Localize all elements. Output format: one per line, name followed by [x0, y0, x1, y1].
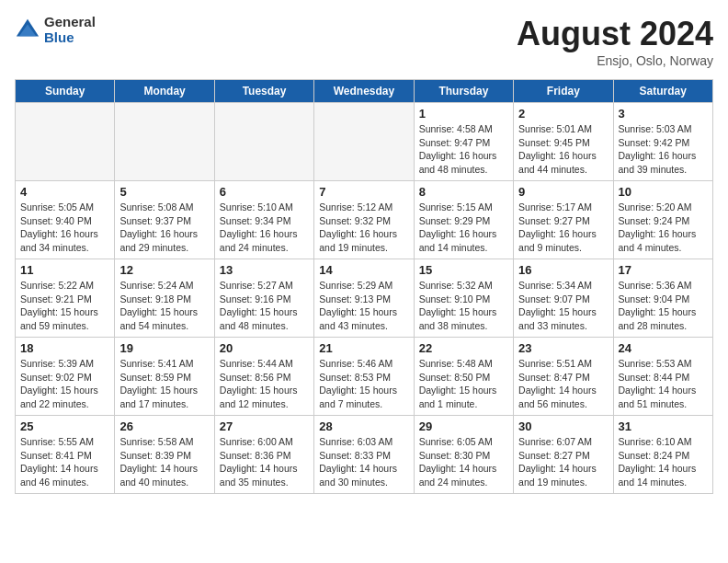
calendar-week-1: 1Sunrise: 4:58 AM Sunset: 9:47 PM Daylig…	[16, 103, 713, 181]
calendar-header: SundayMondayTuesdayWednesdayThursdayFrid…	[16, 80, 713, 103]
day-number: 5	[119, 185, 209, 199]
calendar-week-5: 25Sunrise: 5:55 AM Sunset: 8:41 PM Dayli…	[16, 416, 713, 494]
calendar-cell: 22Sunrise: 5:48 AM Sunset: 8:50 PM Dayli…	[414, 338, 513, 416]
day-info: Sunrise: 5:29 AM Sunset: 9:13 PM Dayligh…	[319, 279, 408, 333]
day-number: 20	[220, 341, 309, 355]
day-number: 16	[518, 263, 608, 277]
weekday-header-wednesday: Wednesday	[314, 80, 414, 103]
day-info: Sunrise: 6:03 AM Sunset: 8:33 PM Dayligh…	[319, 435, 408, 489]
calendar-cell: 10Sunrise: 5:20 AM Sunset: 9:24 PM Dayli…	[613, 181, 712, 259]
day-info: Sunrise: 5:05 AM Sunset: 9:40 PM Dayligh…	[20, 201, 109, 255]
calendar-cell: 11Sunrise: 5:22 AM Sunset: 9:21 PM Dayli…	[16, 259, 115, 338]
day-number: 1	[419, 107, 508, 121]
title-block: August 2024 Ensjo, Oslo, Norway	[517, 15, 713, 68]
day-number: 29	[419, 419, 508, 433]
day-number: 25	[20, 419, 109, 433]
page-header: General Blue August 2024 Ensjo, Oslo, No…	[15, 15, 713, 68]
day-number: 6	[220, 185, 309, 199]
calendar-cell: 12Sunrise: 5:24 AM Sunset: 9:18 PM Dayli…	[115, 259, 214, 338]
day-number: 26	[119, 419, 209, 433]
calendar-cell: 7Sunrise: 5:12 AM Sunset: 9:32 PM Daylig…	[314, 181, 414, 259]
day-info: Sunrise: 5:27 AM Sunset: 9:16 PM Dayligh…	[220, 279, 309, 333]
calendar-cell: 17Sunrise: 5:36 AM Sunset: 9:04 PM Dayli…	[613, 259, 712, 338]
day-number: 22	[419, 341, 508, 355]
day-number: 9	[518, 185, 608, 199]
day-info: Sunrise: 5:39 AM Sunset: 9:02 PM Dayligh…	[20, 357, 109, 411]
calendar-cell: 31Sunrise: 6:10 AM Sunset: 8:24 PM Dayli…	[613, 416, 712, 494]
day-number: 7	[319, 185, 408, 199]
calendar-cell: 20Sunrise: 5:44 AM Sunset: 8:56 PM Dayli…	[214, 338, 313, 416]
day-info: Sunrise: 5:53 AM Sunset: 8:44 PM Dayligh…	[619, 357, 708, 411]
day-info: Sunrise: 6:10 AM Sunset: 8:24 PM Dayligh…	[619, 435, 708, 489]
calendar-cell: 14Sunrise: 5:29 AM Sunset: 9:13 PM Dayli…	[314, 259, 414, 338]
day-number: 8	[419, 185, 508, 199]
calendar-cell: 4Sunrise: 5:05 AM Sunset: 9:40 PM Daylig…	[16, 181, 115, 259]
calendar-cell: 19Sunrise: 5:41 AM Sunset: 8:59 PM Dayli…	[115, 338, 214, 416]
day-number: 27	[220, 419, 309, 433]
calendar-cell: 30Sunrise: 6:07 AM Sunset: 8:27 PM Dayli…	[514, 416, 613, 494]
calendar-cell: 27Sunrise: 6:00 AM Sunset: 8:36 PM Dayli…	[214, 416, 313, 494]
logo-icon	[15, 17, 40, 43]
logo-text: General Blue	[44, 15, 96, 45]
day-info: Sunrise: 5:20 AM Sunset: 9:24 PM Dayligh…	[619, 201, 708, 255]
day-info: Sunrise: 5:41 AM Sunset: 8:59 PM Dayligh…	[119, 357, 209, 411]
day-number: 19	[119, 341, 209, 355]
logo-blue-text: Blue	[44, 30, 96, 46]
day-number: 18	[20, 341, 109, 355]
day-number: 30	[518, 419, 608, 433]
day-number: 14	[319, 263, 408, 277]
day-info: Sunrise: 5:24 AM Sunset: 9:18 PM Dayligh…	[119, 279, 209, 333]
weekday-header-sunday: Sunday	[16, 80, 115, 103]
day-info: Sunrise: 5:48 AM Sunset: 8:50 PM Dayligh…	[419, 357, 508, 411]
day-info: Sunrise: 5:44 AM Sunset: 8:56 PM Dayligh…	[220, 357, 309, 411]
day-info: Sunrise: 5:58 AM Sunset: 8:39 PM Dayligh…	[119, 435, 209, 489]
day-info: Sunrise: 5:51 AM Sunset: 8:47 PM Dayligh…	[518, 357, 608, 411]
weekday-header-thursday: Thursday	[414, 80, 513, 103]
day-number: 11	[20, 263, 109, 277]
calendar-week-2: 4Sunrise: 5:05 AM Sunset: 9:40 PM Daylig…	[16, 181, 713, 259]
day-number: 15	[419, 263, 508, 277]
day-info: Sunrise: 5:22 AM Sunset: 9:21 PM Dayligh…	[20, 279, 109, 333]
weekday-header-monday: Monday	[115, 80, 214, 103]
calendar-cell	[115, 103, 214, 181]
day-info: Sunrise: 5:01 AM Sunset: 9:45 PM Dayligh…	[518, 122, 608, 177]
day-info: Sunrise: 5:12 AM Sunset: 9:32 PM Dayligh…	[319, 201, 408, 255]
calendar-cell: 3Sunrise: 5:03 AM Sunset: 9:42 PM Daylig…	[613, 103, 712, 181]
calendar-cell: 18Sunrise: 5:39 AM Sunset: 9:02 PM Dayli…	[16, 338, 115, 416]
calendar-cell: 13Sunrise: 5:27 AM Sunset: 9:16 PM Dayli…	[214, 259, 313, 338]
calendar-cell: 26Sunrise: 5:58 AM Sunset: 8:39 PM Dayli…	[115, 416, 214, 494]
location-subtitle: Ensjo, Oslo, Norway	[517, 53, 713, 68]
day-info: Sunrise: 4:58 AM Sunset: 9:47 PM Dayligh…	[419, 122, 508, 177]
day-info: Sunrise: 5:03 AM Sunset: 9:42 PM Dayligh…	[619, 122, 708, 177]
day-info: Sunrise: 5:55 AM Sunset: 8:41 PM Dayligh…	[20, 435, 109, 489]
day-number: 2	[518, 107, 608, 121]
calendar-cell: 23Sunrise: 5:51 AM Sunset: 8:47 PM Dayli…	[514, 338, 613, 416]
day-number: 23	[518, 341, 608, 355]
day-info: Sunrise: 5:10 AM Sunset: 9:34 PM Dayligh…	[220, 201, 309, 255]
day-info: Sunrise: 6:07 AM Sunset: 8:27 PM Dayligh…	[518, 435, 608, 489]
calendar-cell: 21Sunrise: 5:46 AM Sunset: 8:53 PM Dayli…	[314, 338, 414, 416]
day-number: 31	[619, 419, 708, 433]
day-info: Sunrise: 5:08 AM Sunset: 9:37 PM Dayligh…	[119, 201, 209, 255]
day-info: Sunrise: 5:17 AM Sunset: 9:27 PM Dayligh…	[518, 201, 608, 255]
calendar-table: SundayMondayTuesdayWednesdayThursdayFrid…	[15, 79, 713, 494]
day-number: 28	[319, 419, 408, 433]
logo-general-text: General	[44, 15, 96, 30]
day-info: Sunrise: 6:00 AM Sunset: 8:36 PM Dayligh…	[220, 435, 309, 489]
calendar-cell: 5Sunrise: 5:08 AM Sunset: 9:37 PM Daylig…	[115, 181, 214, 259]
calendar-cell: 2Sunrise: 5:01 AM Sunset: 9:45 PM Daylig…	[514, 103, 613, 181]
day-number: 17	[619, 263, 708, 277]
day-info: Sunrise: 5:32 AM Sunset: 9:10 PM Dayligh…	[419, 279, 508, 333]
day-number: 3	[619, 107, 708, 121]
day-info: Sunrise: 5:34 AM Sunset: 9:07 PM Dayligh…	[518, 279, 608, 333]
calendar-cell: 6Sunrise: 5:10 AM Sunset: 9:34 PM Daylig…	[214, 181, 313, 259]
month-title: August 2024	[517, 15, 713, 53]
day-number: 12	[119, 263, 209, 277]
weekday-header-saturday: Saturday	[613, 80, 712, 103]
calendar-cell: 29Sunrise: 6:05 AM Sunset: 8:30 PM Dayli…	[414, 416, 513, 494]
calendar-cell	[16, 103, 115, 181]
calendar-body: 1Sunrise: 4:58 AM Sunset: 9:47 PM Daylig…	[16, 103, 713, 494]
day-number: 10	[619, 185, 708, 199]
calendar-cell: 8Sunrise: 5:15 AM Sunset: 9:29 PM Daylig…	[414, 181, 513, 259]
logo: General Blue	[15, 15, 96, 45]
